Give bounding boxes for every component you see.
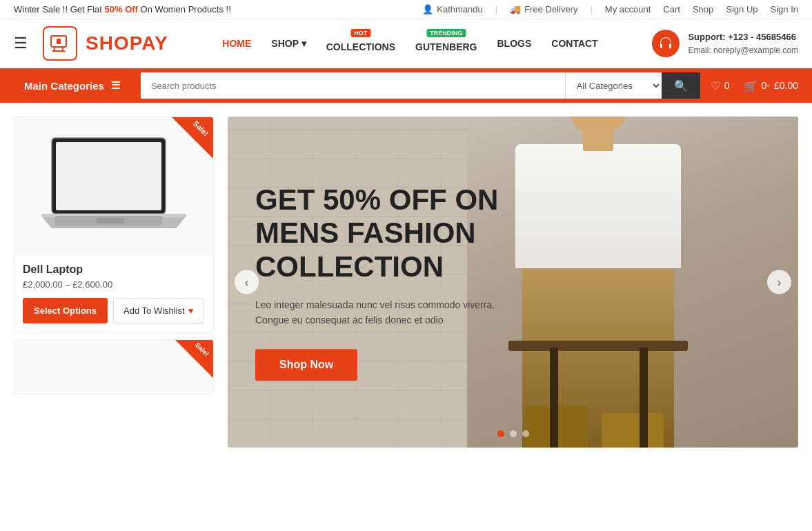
slider-dot-2[interactable] (510, 430, 517, 437)
hero-description: Leo integer malesuada nunc vel risus com… (255, 297, 517, 328)
delivery-item: 🚚 Free Delivery (510, 4, 577, 14)
grid-icon: ☰ (111, 79, 120, 92)
stool-leg-l (550, 348, 558, 448)
add-to-wishlist-button[interactable]: Add To Wishlist♥ (113, 298, 204, 323)
search-input[interactable] (141, 72, 565, 99)
hero-content: GET 50% OFF ON MENS FASHION COLLECTION L… (255, 183, 517, 381)
search-icon: 🔍 (674, 80, 688, 92)
location-item: 👤 Kathmandu (422, 4, 483, 14)
svg-rect-9 (97, 218, 124, 223)
logo-icon (43, 26, 77, 61)
hamburger-menu[interactable]: ☰ (14, 34, 28, 52)
stool-seat (508, 341, 688, 351)
hero-title-line3: COLLECTION (255, 250, 444, 283)
signup-link[interactable]: Sign Up (726, 4, 757, 14)
support-area: Support: +123 - 45685466 Email: noreply@… (652, 30, 798, 57)
slider-next-button[interactable]: › (767, 270, 791, 294)
support-contact: Support: +123 - 45685466 Email: noreply@… (688, 30, 798, 57)
top-bar-right: 👤 Kathmandu | 🚚 Free Delivery | My accou… (422, 4, 798, 14)
cart-price: £0.00 (774, 80, 798, 91)
cart-count: 0- (762, 80, 770, 91)
product-actions: Select Options Add To Wishlist♥ (23, 298, 205, 323)
svg-rect-4 (57, 39, 61, 44)
search-button[interactable]: 🔍 (662, 72, 700, 99)
sale-text-suffix: On Women Products !! (138, 4, 231, 14)
slider-prev-button[interactable]: ‹ (235, 270, 259, 294)
category-select[interactable]: All Categories Electronics Fashion Acces… (565, 72, 662, 99)
cart-wishlist-area: ♡ 0 🛒 0- £0.00 (711, 79, 798, 92)
product-price: £2,000.00 – £2,600.00 (23, 279, 205, 290)
nav-gutenberg[interactable]: TRENDING GUTENBERG (407, 29, 485, 58)
trending-badge: TRENDING (426, 29, 466, 37)
content-area: Sale! Dell Laptop £2,000 (0, 103, 812, 461)
product-card-laptop: Sale! Dell Laptop £2,000 (14, 117, 214, 332)
wishlist-item[interactable]: ♡ 0 (711, 79, 730, 92)
logo-area: ☰ SHOPAY (14, 26, 168, 61)
nav-contact[interactable]: CONTACT (543, 32, 606, 54)
shop-link[interactable]: Shop (693, 4, 713, 14)
sale-text-prefix: Winter Sale !! Get Flat (14, 4, 105, 14)
slider-dot-1[interactable] (497, 430, 504, 437)
search-area: All Categories Electronics Fashion Acces… (141, 72, 700, 99)
product-info: Dell Laptop £2,000.00 – £2,600.00 Select… (14, 255, 213, 332)
logo-text[interactable]: SHOPAY (86, 32, 168, 54)
support-email: Email: noreply@example.com (688, 44, 798, 57)
stool-leg-r (640, 348, 648, 448)
hero-title-line2: MENS FASHION (255, 217, 476, 249)
cart-item[interactable]: 🛒 0- £0.00 (744, 79, 799, 92)
select-options-button[interactable]: Select Options (23, 298, 108, 323)
slider-dots (497, 430, 529, 437)
support-phone: Support: +123 - 45685466 (688, 30, 798, 44)
location-icon: 👤 (422, 4, 433, 14)
headphone-icon (652, 30, 680, 57)
delivery-link[interactable]: Free Delivery (524, 4, 577, 14)
top-bar: Winter Sale !! Get Flat 50% Off On Women… (0, 0, 812, 19)
main-nav: HOME SHOP ▾ HOT COLLECTIONS TRENDING GUT… (214, 29, 606, 58)
sale-announcement: Winter Sale !! Get Flat 50% Off On Women… (14, 4, 231, 14)
hero-title: GET 50% OFF ON MENS FASHION COLLECTION (255, 183, 517, 283)
product-name: Dell Laptop (23, 263, 205, 276)
heart-icon: ♡ (711, 79, 720, 92)
shop-now-button[interactable]: Shop Now (255, 349, 357, 381)
nav-shop[interactable]: SHOP ▾ (263, 32, 314, 54)
right-boot (602, 413, 664, 448)
hero-title-line1: GET 50% OFF ON (255, 183, 498, 216)
location-link[interactable]: Kathmandu (437, 4, 483, 14)
product-card-partial: Sale! (14, 339, 214, 394)
cart-icon: 🛒 (744, 79, 757, 92)
slider-dot-3[interactable] (522, 430, 529, 437)
sale-discount: 50% Off (105, 4, 138, 14)
hero-slider: GET 50% OFF ON MENS FASHION COLLECTION L… (228, 117, 798, 448)
laptop-image (38, 131, 190, 241)
categories-bar: Main Categories ☰ All Categories Electro… (0, 68, 812, 103)
nav-collections[interactable]: HOT COLLECTIONS (318, 29, 404, 58)
truck-icon: 🚚 (510, 4, 521, 14)
product-sidebar: Sale! Dell Laptop £2,000 (14, 117, 214, 448)
my-account-link[interactable]: My account (605, 4, 651, 14)
wishlist-count: 0 (724, 80, 730, 91)
man-shirt (515, 144, 681, 268)
svg-rect-6 (56, 142, 161, 210)
nav-blogs[interactable]: BLOGS (488, 32, 539, 54)
wishlist-btn-text: Add To Wishlist (123, 305, 185, 316)
heart-filled-icon: ♥ (188, 305, 194, 316)
main-categories-label: Main Categories (24, 80, 104, 92)
hot-badge: HOT (350, 29, 370, 37)
signin-link[interactable]: Sign In (771, 4, 798, 14)
nav-home[interactable]: HOME (214, 32, 259, 54)
main-header: ☰ SHOPAY HOME SHOP ▾ HOT COLLECTIONS TRE… (0, 19, 812, 68)
main-categories-btn[interactable]: Main Categories ☰ (14, 79, 130, 92)
cart-link[interactable]: Cart (663, 4, 680, 14)
